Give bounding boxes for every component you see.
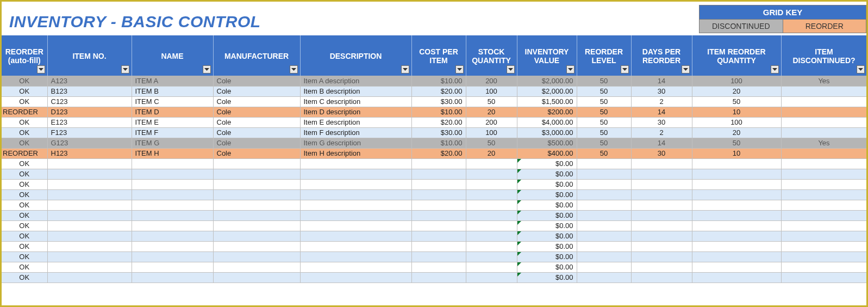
cell-rlevel[interactable]	[577, 220, 631, 231]
column-header[interactable]: DAYS PER REORDER	[631, 35, 692, 76]
cell-disc[interactable]: Yes	[781, 138, 867, 148]
cell-desc[interactable]	[300, 231, 411, 241]
cell-rlevel[interactable]: 50	[577, 86, 631, 96]
cell-disc[interactable]	[781, 262, 867, 272]
table-row[interactable]: OK$0.00	[2, 200, 867, 210]
cell-cost[interactable]: $10.00	[411, 138, 466, 148]
cell-stock[interactable]	[466, 210, 517, 220]
cell-stock[interactable]	[466, 158, 517, 169]
column-header[interactable]: ITEM REORDER QUANTITY	[692, 35, 781, 76]
table-row[interactable]: OK$0.00	[2, 231, 867, 241]
cell-days[interactable]: 30	[631, 86, 692, 96]
cell-rlevel[interactable]	[577, 158, 631, 169]
cell-stock[interactable]: 50	[466, 96, 517, 107]
cell-itemno[interactable]	[47, 231, 132, 241]
cell-name[interactable]: ITEM H	[132, 148, 213, 158]
table-row[interactable]: OK$0.00	[2, 272, 867, 283]
cell-manuf[interactable]	[213, 189, 300, 200]
cell-manuf[interactable]: Cole	[213, 76, 300, 86]
cell-disc[interactable]	[781, 117, 867, 127]
cell-rlevel[interactable]: 50	[577, 117, 631, 127]
cell-name[interactable]: ITEM C	[132, 96, 213, 107]
cell-manuf[interactable]	[213, 241, 300, 251]
cell-itemno[interactable]	[47, 200, 132, 210]
cell-rqty[interactable]	[692, 241, 781, 251]
cell-desc[interactable]: Item A description	[300, 76, 411, 86]
cell-rqty[interactable]	[692, 220, 781, 231]
cell-cost[interactable]	[411, 272, 466, 283]
cell-inv[interactable]: $0.00	[517, 272, 577, 283]
filter-dropdown-icon[interactable]	[682, 65, 690, 73]
table-row[interactable]: OKG123ITEM GColeItem G description$10.00…	[2, 138, 867, 148]
cell-inv[interactable]: $200.00	[517, 107, 577, 117]
cell-cost[interactable]: $20.00	[411, 148, 466, 158]
cell-name[interactable]: ITEM D	[132, 107, 213, 117]
cell-cost[interactable]	[411, 262, 466, 272]
cell-itemno[interactable]: B123	[47, 86, 132, 96]
cell-status[interactable]: REORDER	[2, 107, 47, 117]
cell-desc[interactable]	[300, 251, 411, 262]
cell-days[interactable]: 14	[631, 138, 692, 148]
cell-disc[interactable]	[781, 127, 867, 138]
cell-stock[interactable]	[466, 262, 517, 272]
cell-stock[interactable]: 20	[466, 107, 517, 117]
cell-itemno[interactable]: G123	[47, 138, 132, 148]
cell-inv[interactable]: $0.00	[517, 169, 577, 179]
cell-days[interactable]	[631, 169, 692, 179]
column-header[interactable]: DESCRIPTION	[300, 35, 411, 76]
filter-dropdown-icon[interactable]	[37, 65, 45, 73]
cell-days[interactable]: 30	[631, 148, 692, 158]
cell-itemno[interactable]: E123	[47, 117, 132, 127]
column-header[interactable]: REORDER (auto-fill)	[2, 35, 47, 76]
cell-stock[interactable]	[466, 169, 517, 179]
cell-name[interactable]	[132, 169, 213, 179]
cell-name[interactable]	[132, 231, 213, 241]
cell-manuf[interactable]	[213, 200, 300, 210]
cell-cost[interactable]	[411, 220, 466, 231]
cell-disc[interactable]: Yes	[781, 76, 867, 86]
cell-status[interactable]: OK	[2, 231, 47, 241]
cell-disc[interactable]	[781, 148, 867, 158]
filter-dropdown-icon[interactable]	[121, 65, 129, 73]
cell-stock[interactable]: 20	[466, 148, 517, 158]
cell-rqty[interactable]	[692, 200, 781, 210]
cell-stock[interactable]: 200	[466, 117, 517, 127]
cell-stock[interactable]: 200	[466, 76, 517, 86]
table-row[interactable]: OK$0.00	[2, 241, 867, 251]
filter-dropdown-icon[interactable]	[203, 65, 211, 73]
cell-status[interactable]: OK	[2, 96, 47, 107]
cell-manuf[interactable]	[213, 158, 300, 169]
cell-cost[interactable]: $10.00	[411, 107, 466, 117]
cell-rlevel[interactable]	[577, 210, 631, 220]
table-row[interactable]: OK$0.00	[2, 220, 867, 231]
cell-rqty[interactable]	[692, 262, 781, 272]
column-header[interactable]: ITEM DISCONTINUED?	[781, 35, 867, 76]
cell-itemno[interactable]	[47, 251, 132, 262]
cell-name[interactable]: ITEM F	[132, 127, 213, 138]
cell-cost[interactable]	[411, 231, 466, 241]
cell-inv[interactable]: $2,000.00	[517, 86, 577, 96]
cell-inv[interactable]: $0.00	[517, 251, 577, 262]
filter-dropdown-icon[interactable]	[401, 65, 409, 73]
cell-stock[interactable]	[466, 200, 517, 210]
cell-disc[interactable]	[781, 220, 867, 231]
cell-days[interactable]	[631, 231, 692, 241]
cell-status[interactable]: OK	[2, 189, 47, 200]
cell-inv[interactable]: $0.00	[517, 179, 577, 189]
cell-name[interactable]	[132, 210, 213, 220]
table-row[interactable]: OKE123ITEM EColeItem E description$20.00…	[2, 117, 867, 127]
cell-stock[interactable]: 100	[466, 86, 517, 96]
cell-days[interactable]	[631, 158, 692, 169]
cell-inv[interactable]: $0.00	[517, 158, 577, 169]
cell-status[interactable]: OK	[2, 158, 47, 169]
cell-cost[interactable]	[411, 169, 466, 179]
cell-manuf[interactable]: Cole	[213, 138, 300, 148]
cell-days[interactable]	[631, 220, 692, 231]
cell-itemno[interactable]	[47, 262, 132, 272]
cell-name[interactable]: ITEM A	[132, 76, 213, 86]
cell-status[interactable]: OK	[2, 138, 47, 148]
cell-status[interactable]: OK	[2, 220, 47, 231]
filter-dropdown-icon[interactable]	[290, 65, 298, 73]
cell-rlevel[interactable]	[577, 179, 631, 189]
cell-manuf[interactable]: Cole	[213, 117, 300, 127]
